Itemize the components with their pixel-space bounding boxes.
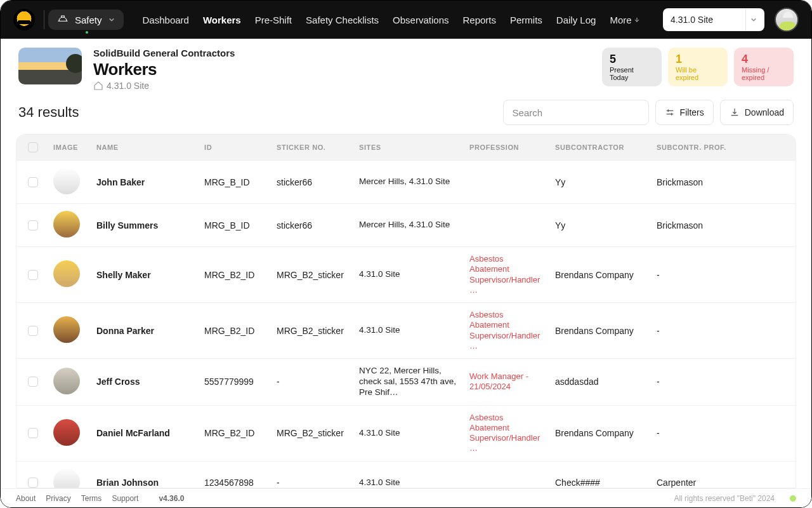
stat-card[interactable]: 5Present Today — [602, 48, 662, 86]
col-header[interactable]: SITES — [353, 135, 463, 161]
row-checkbox[interactable] — [28, 326, 38, 336]
worker-avatar — [53, 168, 80, 194]
nav-link-dashboard[interactable]: Dashboard — [143, 15, 189, 25]
page-title: Workers — [93, 60, 235, 79]
row-checkbox[interactable] — [28, 270, 38, 280]
worker-name: Brian Johnson — [90, 461, 198, 488]
version-label: v4.36.0 — [159, 494, 184, 503]
profession: Asbestos Abatement Supervisor/Handler … — [469, 413, 542, 454]
col-header[interactable]: STICKER NO. — [270, 135, 353, 161]
filters-button[interactable]: Filters — [655, 100, 714, 125]
subcontractor: Yy — [549, 161, 650, 204]
table-row[interactable]: Billy SummersMRG_B_IDsticker66Mercer Hil… — [16, 204, 796, 247]
nav-link-daily-log[interactable]: Daily Log — [556, 15, 596, 25]
nav-link-safety-checklists[interactable]: Safety Checklists — [306, 15, 379, 25]
nav-link-reports[interactable]: Reports — [462, 15, 496, 25]
active-dot — [86, 31, 88, 34]
search-placeholder: Search — [513, 107, 543, 118]
footer: AboutPrivacyTermsSupport v4.36.0 All rig… — [1, 488, 811, 507]
subcontractor-prof: Brickmason — [650, 161, 796, 204]
subcontractor-prof: - — [650, 405, 796, 461]
site-selector-label: 4.31.0 Site — [671, 15, 713, 25]
worker-id: 1234567898 — [198, 461, 270, 488]
row-checkbox[interactable] — [28, 177, 38, 187]
sticker-no: MRG_B2_sticker — [270, 405, 353, 461]
stat-label: Will be expired — [676, 66, 720, 81]
nav-more[interactable]: More — [610, 15, 639, 25]
select-all-checkbox[interactable] — [28, 142, 38, 152]
site-selector[interactable]: 4.31.0 Site — [663, 8, 764, 31]
row-checkbox[interactable] — [28, 377, 38, 387]
site-thumbnail — [18, 48, 82, 84]
sticker-no: - — [270, 461, 353, 488]
download-button[interactable]: Download — [720, 100, 794, 125]
worker-id: MRG_B_ID — [198, 161, 270, 204]
footer-link-about[interactable]: About — [16, 494, 36, 503]
col-header[interactable]: SUBCONTR. PROF. — [650, 135, 796, 161]
col-header[interactable] — [16, 135, 47, 161]
site-breadcrumb[interactable]: 4.31.0 Site — [93, 81, 235, 91]
sites: 4.31.0 Site — [359, 478, 457, 488]
worker-name: Shelly Maker — [90, 247, 198, 303]
col-header[interactable]: NAME — [90, 135, 198, 161]
download-label: Download — [745, 107, 784, 117]
table-row[interactable]: Donna ParkerMRG_B2_IDMRG_B2_sticker4.31.… — [16, 303, 796, 359]
table-row[interactable]: Brian Johnson1234567898-4.31.0 SiteCheck… — [16, 461, 796, 488]
brand-logo[interactable] — [13, 9, 35, 30]
sticker-no: MRG_B2_sticker — [270, 303, 353, 359]
table-body: John BakerMRG_B_IDsticker66Mercer Hills,… — [16, 161, 796, 489]
row-checkbox[interactable] — [28, 478, 38, 488]
sites: 4.31.0 Site — [359, 269, 457, 280]
col-header[interactable]: IMAGE — [47, 135, 90, 161]
download-icon — [730, 107, 740, 117]
worker-avatar — [53, 211, 80, 237]
stat-number: 4 — [742, 53, 786, 66]
nav-link-pre-shift[interactable]: Pre-Shift — [255, 15, 292, 25]
user-avatar[interactable] — [775, 8, 799, 32]
subcontractor: Check#### — [549, 461, 650, 488]
subcontractor-prof: Brickmason — [650, 204, 796, 247]
worker-id: MRG_B2_ID — [198, 247, 270, 303]
subcontractor: Brendans Company — [549, 303, 650, 359]
worker-avatar — [53, 469, 80, 488]
subcontractor-prof: - — [650, 303, 796, 359]
worker-avatar — [53, 260, 80, 287]
hardhat-icon — [57, 14, 69, 25]
chevron-down-icon — [108, 17, 115, 23]
col-header[interactable]: PROFESSION — [463, 135, 549, 161]
subcontractor: Brendans Company — [549, 405, 650, 461]
stat-card[interactable]: 4Missing / expired — [734, 48, 794, 86]
divider — [44, 10, 44, 29]
worker-avatar — [53, 316, 80, 343]
col-header[interactable]: ID — [198, 135, 270, 161]
table-row[interactable]: Jeff Cross5557779999-NYC 22, Mercer Hill… — [16, 359, 796, 406]
nav-link-workers[interactable]: Workers — [203, 15, 241, 25]
subcontractor-prof: - — [650, 359, 796, 406]
subcontractor: Yy — [549, 204, 650, 247]
worker-id: MRG_B2_ID — [198, 303, 270, 359]
subcontractor-prof: - — [650, 247, 796, 303]
stat-number: 1 — [676, 53, 720, 66]
nav-link-permits[interactable]: Permits — [510, 15, 542, 25]
results-count: 34 results — [18, 104, 79, 121]
worker-name: Jeff Cross — [90, 359, 198, 406]
table-row[interactable]: John BakerMRG_B_IDsticker66Mercer Hills,… — [16, 161, 796, 204]
row-checkbox[interactable] — [28, 220, 38, 231]
nav-link-observations[interactable]: Observations — [393, 15, 449, 25]
row-checkbox[interactable] — [28, 428, 38, 438]
table-row[interactable]: Daniel McFarlandMRG_B2_IDMRG_B2_sticker4… — [16, 405, 796, 461]
module-switcher[interactable]: Safety — [48, 10, 124, 30]
table-row[interactable]: Shelly MakerMRG_B2_IDMRG_B2_sticker4.31.… — [16, 247, 796, 303]
search-input[interactable]: Search — [503, 100, 649, 125]
worker-name: Billy Summers — [90, 204, 198, 247]
stat-card[interactable]: 1Will be expired — [668, 48, 728, 86]
sites: Mercer Hills, 4.31.0 Site — [359, 220, 457, 231]
footer-link-privacy[interactable]: Privacy — [46, 494, 70, 503]
top-nav: Safety DashboardWorkersPre-ShiftSafety C… — [1, 1, 811, 39]
footer-link-terms[interactable]: Terms — [81, 494, 102, 503]
col-header[interactable]: SUBCONTRACTOR — [549, 135, 650, 161]
footer-link-support[interactable]: Support — [112, 494, 138, 503]
chevron-down-icon — [745, 9, 761, 30]
subcontractor: Brendans Company — [549, 247, 650, 303]
subcontractor: asddasdad — [549, 359, 650, 406]
